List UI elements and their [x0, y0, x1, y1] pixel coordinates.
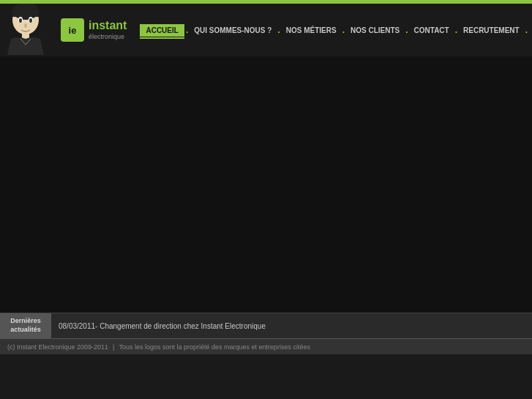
- svg-point-8: [24, 23, 27, 28]
- nav-nos-metiers[interactable]: NOS MÉTIERS: [282, 25, 341, 36]
- news-label: Dernières actualités: [0, 313, 51, 338]
- nav-sep-3: .: [342, 25, 345, 35]
- footer-copyright: (c) Instant Electronique 2009-2011: [7, 343, 108, 351]
- footer-rights: Tous les logos sont la propriété des mar…: [119, 343, 310, 351]
- brand-name: instant: [89, 20, 127, 31]
- footer-separator: |: [113, 343, 114, 351]
- nav-recrutement[interactable]: RECRUTEMENT: [459, 25, 524, 36]
- news-item: 08/03/2011- Changement de direction chez…: [51, 322, 273, 330]
- nav-sep-5: .: [455, 25, 457, 35]
- nav-nos-clients[interactable]: NOS CLIENTS: [346, 25, 404, 36]
- nav-accueil[interactable]: ACCUEIL: [140, 24, 184, 37]
- svg-point-7: [29, 18, 32, 23]
- header: ie instant électronique ACCUEIL . QUI SO…: [0, 4, 532, 56]
- nav-qui-sommes-nous[interactable]: QUI SOMMES-NOUS ?: [190, 25, 276, 36]
- logo-icon: ie: [61, 18, 84, 42]
- main-nav: ACCUEIL . QUI SOMMES-NOUS ? . NOS MÉTIER…: [132, 4, 532, 56]
- main-content: [0, 56, 532, 313]
- logo-text: instant électronique: [89, 20, 127, 40]
- footer: (c) Instant Electronique 2009-2011 | Tou…: [0, 338, 532, 354]
- nav-sep-2: .: [277, 25, 280, 35]
- svg-rect-9: [22, 33, 29, 39]
- logo-area: ie instant électronique: [55, 18, 132, 42]
- svg-rect-3: [12, 11, 39, 17]
- svg-point-6: [19, 18, 22, 23]
- brand-sub: électronique: [89, 33, 127, 40]
- nav-actualite[interactable]: ACTUALITÉ: [529, 25, 532, 36]
- nav-contact[interactable]: CONTACT: [410, 25, 454, 36]
- character-illustration: [0, 4, 55, 56]
- nav-sep-6: .: [525, 25, 528, 35]
- nav-sep-1: .: [186, 25, 188, 35]
- news-bar: Dernières actualités 08/03/2011- Changem…: [0, 313, 532, 338]
- nav-sep-4: .: [405, 25, 408, 35]
